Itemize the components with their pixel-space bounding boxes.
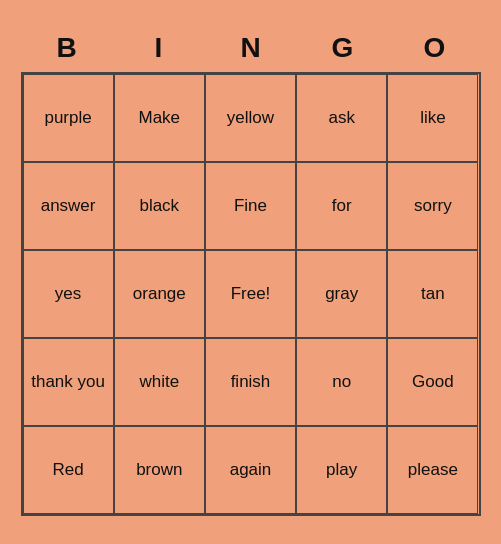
bingo-grid: purple Make yellow ask like answer black… [21, 72, 481, 516]
cell-0-2: yellow [205, 74, 296, 162]
cell-1-2: Fine [205, 162, 296, 250]
bingo-card: B I N G O purple Make yellow ask like an… [11, 18, 491, 526]
header-i: I [113, 28, 205, 68]
cell-4-3: play [296, 426, 387, 514]
cell-2-2: Free! [205, 250, 296, 338]
cell-3-2: finish [205, 338, 296, 426]
cell-0-1: Make [114, 74, 205, 162]
header-o: O [389, 28, 481, 68]
cell-1-0: answer [23, 162, 114, 250]
cell-2-4: tan [387, 250, 478, 338]
bingo-header: B I N G O [21, 28, 481, 68]
cell-0-0: purple [23, 74, 114, 162]
cell-0-3: ask [296, 74, 387, 162]
header-g: G [297, 28, 389, 68]
cell-3-0: thank you [23, 338, 114, 426]
cell-3-4: Good [387, 338, 478, 426]
cell-4-0: Red [23, 426, 114, 514]
cell-0-4: like [387, 74, 478, 162]
cell-1-4: sorry [387, 162, 478, 250]
cell-2-0: yes [23, 250, 114, 338]
cell-2-3: gray [296, 250, 387, 338]
cell-4-1: brown [114, 426, 205, 514]
cell-2-1: orange [114, 250, 205, 338]
header-b: B [21, 28, 113, 68]
cell-4-4: please [387, 426, 478, 514]
cell-4-2: again [205, 426, 296, 514]
cell-3-1: white [114, 338, 205, 426]
cell-3-3: no [296, 338, 387, 426]
cell-1-3: for [296, 162, 387, 250]
cell-1-1: black [114, 162, 205, 250]
header-n: N [205, 28, 297, 68]
